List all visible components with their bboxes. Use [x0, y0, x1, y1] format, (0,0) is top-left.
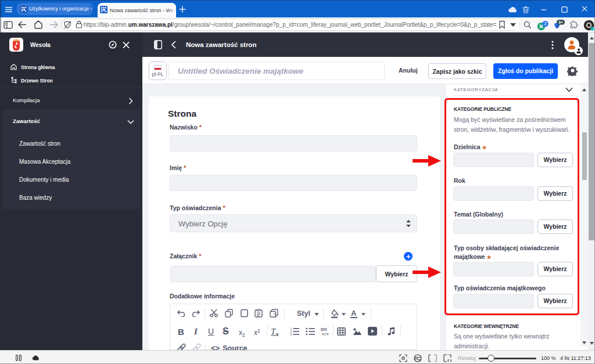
- svg-text:2: 2: [544, 21, 546, 26]
- svg-text:</>: </>: [322, 333, 329, 336]
- svg-text:9+: 9+: [558, 20, 563, 24]
- svg-text:3: 3: [291, 333, 292, 336]
- svg-text:DIV: DIV: [321, 327, 328, 331]
